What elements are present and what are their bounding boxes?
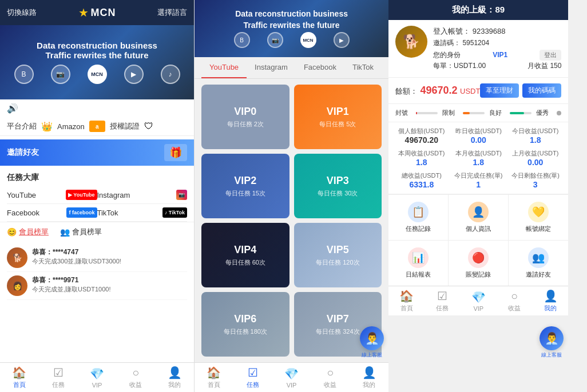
vip-card-5[interactable]: VIP5 每日任務 120次 [294, 223, 382, 287]
nav-earnings[interactable]: ○ 收益 [116, 363, 155, 392]
mid-nav-home[interactable]: 🏠 首頁 [195, 363, 233, 392]
right-nav-vip[interactable]: 💎 VIP [461, 286, 497, 315]
platform-tiktok[interactable]: TikTok ♪ TikTok [97, 204, 188, 222]
vip2-subtitle: 每日任務 15次 [225, 189, 265, 198]
right-nav-vip-label: VIP [473, 305, 483, 312]
team-label[interactable]: 會員榜單 [72, 227, 102, 237]
action-invite-friends[interactable]: 👥 邀請好友 [509, 241, 568, 286]
vip7-subtitle: 每日任務 324次 [316, 327, 359, 336]
mid-nav-task[interactable]: ☑ 任務 [233, 363, 272, 392]
vip3-subtitle: 每日任務 30次 [318, 189, 358, 198]
individual-leaderboard[interactable]: 😊 會員榜單 [7, 227, 49, 237]
leaderboard-row: 😊 會員榜單 👥 會員榜單 [0, 222, 194, 242]
crown-icon: 👑 [41, 121, 53, 132]
status-track-0 [416, 112, 438, 114]
nav-vip[interactable]: 💎 VIP [78, 363, 117, 392]
nav-home[interactable]: 🏠 首頁 [0, 363, 39, 392]
banner-icon-tiktok: ♪ [161, 65, 180, 84]
mid-nav-home-label: 首頁 [208, 381, 220, 389]
invite-label: 邀請好友 [7, 147, 39, 158]
nav-mine[interactable]: 👤 我的 [155, 363, 194, 392]
feed-name-1: 恭喜：****4747 [32, 247, 121, 257]
right-panel: 我的上級：89 🐕 登入帳號： 92339688 邀請碼： 5951204 您的… [388, 0, 568, 392]
stat-today-earnings: 今日收益(USDT) 1.8 [509, 127, 561, 145]
mid-nav-earnings[interactable]: ○ 收益 [311, 363, 350, 392]
mid-home-icon: 🏠 [207, 366, 221, 379]
mid-support-button[interactable]: 👨‍💼 線上客服 [360, 326, 384, 359]
team-leaderboard[interactable]: 👥 會員榜單 [60, 227, 102, 237]
tab-facebook[interactable]: Facebook [296, 57, 344, 78]
mid-banner-line2: Traffic rewrites the future [244, 21, 340, 30]
right-support-button[interactable]: 👨‍💼 線上客服 [540, 326, 564, 359]
vip-card-0[interactable]: VIP0 每日任務 2次 [201, 85, 289, 149]
right-nav-mine[interactable]: 👤 我的 [533, 286, 569, 315]
right-nav-earnings-label: 收益 [508, 304, 521, 313]
right-home-icon: 🏠 [399, 289, 414, 303]
tab-tiktok[interactable]: TikTok [344, 57, 382, 78]
platform-youtube[interactable]: YouTube ▶ YouTube [7, 186, 97, 204]
tab-youtube[interactable]: YouTube [201, 57, 247, 78]
platform-instagram[interactable]: Instagram 📷 [97, 186, 188, 204]
logout-button[interactable]: 登出 [540, 50, 561, 61]
task-record-icon: 📋 [408, 202, 429, 222]
vip-row: 您的身份 VIP1 登出 [433, 50, 561, 61]
tiktok-badge: ♪ TikTok [162, 207, 187, 218]
action-transaction-record[interactable]: 🔴 賬變記錄 [449, 241, 508, 286]
stat-label-0: 個人餘額(USDT) [395, 127, 447, 135]
auth-label[interactable]: 授權認證 [110, 121, 140, 131]
action-account-binding[interactable]: 💛 帳號綁定 [509, 195, 568, 240]
action-task-record[interactable]: 📋 任務記錄 [388, 195, 448, 240]
nav-task[interactable]: ☑ 任務 [39, 363, 78, 392]
daily-report-icon: 📊 [408, 247, 429, 268]
vip-card-2[interactable]: VIP2 每日任務 15次 [201, 154, 289, 218]
platform-intro-row: 平台介紹 👑 Amazon a 授權認證 🛡 [0, 117, 194, 136]
language-selector[interactable]: 選擇語言 [157, 7, 187, 18]
mid-vip-icon: 💎 [284, 367, 299, 381]
individual-label[interactable]: 會員榜單 [19, 227, 49, 237]
vip-card-3[interactable]: VIP3 每日任務 30次 [294, 154, 382, 218]
invite-friends-icon: 👥 [528, 247, 549, 268]
mid-nav-mine[interactable]: 👤 我的 [350, 363, 388, 392]
task-hub-title: 任務大庫 [0, 169, 194, 186]
vip-card-1[interactable]: VIP1 每日任務 5次 [294, 85, 382, 149]
action-label-3: 日結報表 [406, 270, 431, 279]
right-task-icon: ☑ [437, 289, 447, 303]
stat-today-tasks: 今日完成任務(單) 1 [453, 171, 505, 189]
right-bottom-nav: 🏠 首頁 ☑ 任務 💎 VIP ○ 收益 👤 我的 [388, 286, 568, 315]
vip-card-4[interactable]: VIP4 每日任務 60次 [201, 223, 289, 287]
mid-nav-task-label: 任務 [247, 381, 259, 389]
status-label-3: 優秀 [536, 109, 552, 117]
shield-icon: 🛡 [144, 121, 153, 131]
stats-section: 個人餘額(USDT) 49670.20 昨日收益(USDT) 0.00 今日收益… [388, 122, 568, 194]
banner-icon-youtube: ▶ [124, 65, 144, 84]
invite-code-row: 邀請碼： 5951204 [433, 38, 561, 49]
amazon-label[interactable]: Amazon [57, 122, 85, 131]
mid-nav-vip[interactable]: 💎 VIP [272, 363, 311, 392]
stat-value-0: 49670.20 [395, 135, 447, 145]
balance-label: 餘額： [395, 87, 418, 95]
withdraw-button[interactable]: 革至理財 [480, 83, 519, 98]
vip-card-6[interactable]: VIP6 每日任務 180次 [201, 292, 289, 357]
balance-section: 餘額： 49670.2 USDT 革至理財 我的碼碼 [388, 78, 568, 104]
action-personal-info[interactable]: 👤 個人資訊 [449, 195, 508, 240]
invite-bar[interactable]: 邀請好友 🎁 [0, 139, 194, 166]
action-daily-report[interactable]: 📊 日結報表 [388, 241, 448, 286]
qr-button[interactable]: 我的碼碼 [522, 83, 561, 98]
vip6-title: VIP6 [234, 313, 256, 325]
stat-label-2: 今日收益(USDT) [509, 127, 561, 135]
stat-personal-balance: 個人餘額(USDT) 49670.20 [395, 127, 447, 145]
right-nav-home[interactable]: 🏠 首頁 [388, 286, 425, 315]
vip0-subtitle: 每日任務 2次 [227, 120, 264, 129]
status-row: 封號 限制 良好 優秀 [395, 109, 561, 117]
amazon-icon[interactable]: a [89, 121, 105, 132]
profile-avatar: 🐕 [395, 26, 427, 58]
right-nav-earnings[interactable]: ○ 收益 [497, 286, 533, 315]
right-nav-task[interactable]: ☑ 任務 [425, 286, 461, 315]
platform-facebook[interactable]: Facebook f facebook [7, 204, 97, 222]
volume-icon: 🔊 [0, 99, 194, 117]
switch-route-label[interactable]: 切換線路 [7, 7, 37, 18]
nav-task-label: 任務 [52, 381, 65, 389]
usdt-per-task: 每單：USDT1.00 [433, 61, 486, 71]
right-nav-home-label: 首頁 [400, 304, 413, 313]
tab-instagram[interactable]: Instagram [247, 57, 296, 78]
